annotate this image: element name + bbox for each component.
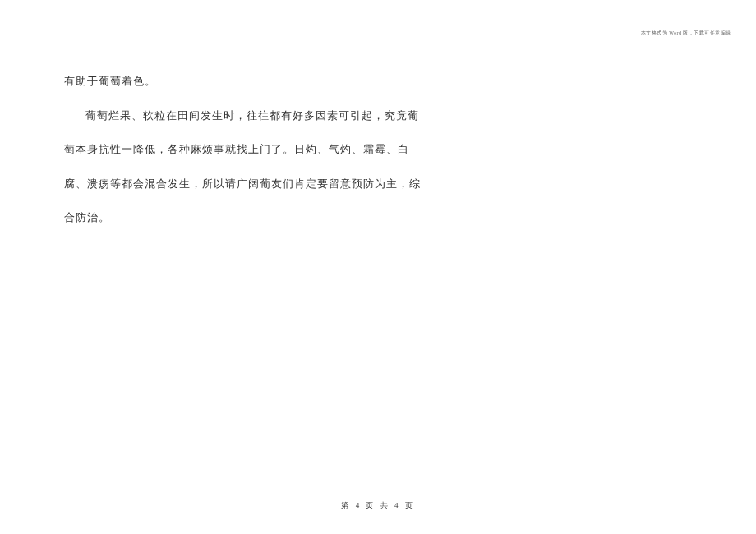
paragraph-line-3: 萄本身抗性一降低，各种麻烦事就找上门了。日灼、气灼、霜霉、白 [64,132,692,167]
page-footer: 第 4 页 共 4 页 [0,500,756,511]
header-note: 本文格式为 Word 版，下载可任意编辑 [641,30,731,37]
paragraph-line-2: 葡萄烂果、软粒在田间发生时，往往都有好多因素可引起，究竟葡 [64,99,692,133]
paragraph-line-4: 腐、溃疡等都会混合发生，所以请广阔葡友们肯定要留意预防为主，综 [64,167,692,201]
pagination-text: 第 4 页 共 4 页 [341,501,414,509]
document-page: 本文格式为 Word 版，下载可任意编辑 有助于葡萄着色。 葡萄烂果、软粒在田间… [0,0,756,534]
document-content: 有助于葡萄着色。 葡萄烂果、软粒在田间发生时，往往都有好多因素可引起，究竟葡 萄… [64,64,692,235]
paragraph-line-5: 合防治。 [64,200,692,235]
paragraph-line-1: 有助于葡萄着色。 [64,64,692,99]
